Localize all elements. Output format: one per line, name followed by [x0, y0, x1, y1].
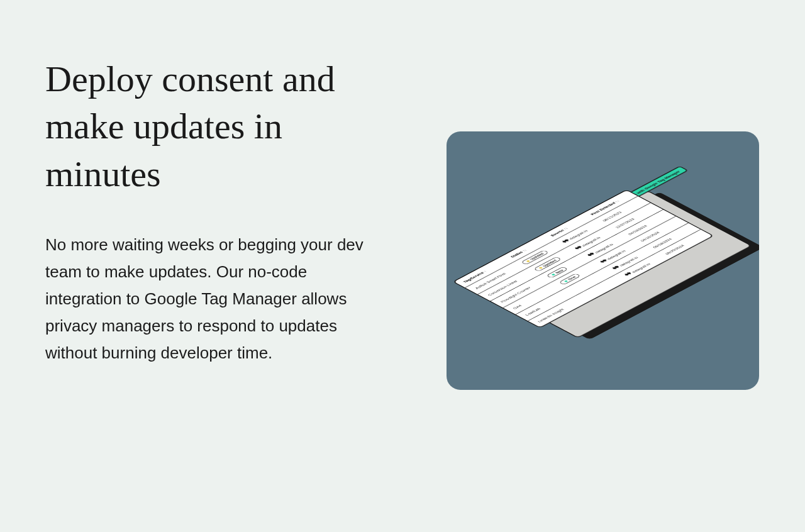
- source-icon: [623, 271, 633, 276]
- section-heading: Deploy consent and make updates in minut…: [45, 55, 385, 197]
- illustration-frame: Tracking Services Sync with Google Tag M…: [447, 131, 759, 390]
- source-icon: [599, 258, 608, 263]
- section-paragraph: No more waiting weeks or begging your de…: [45, 231, 385, 366]
- source-icon: [560, 238, 570, 243]
